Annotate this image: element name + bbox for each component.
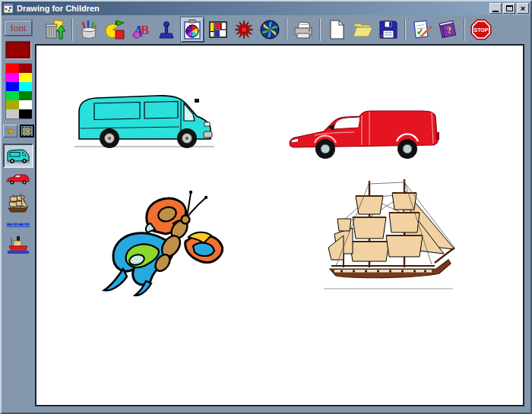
close-icon: × — [521, 5, 525, 12]
red-car-icon — [6, 173, 30, 185]
palette-color[interactable] — [19, 64, 32, 73]
maximize-icon — [506, 5, 513, 11]
palette-color[interactable] — [6, 91, 19, 100]
palette-color[interactable] — [6, 82, 19, 91]
palette-color[interactable] — [19, 73, 32, 82]
pointing-hand-icon: ☚ — [6, 127, 14, 136]
pinwheel-effect-button[interactable] — [258, 17, 282, 43]
print-button[interactable] — [291, 17, 315, 43]
pinwheel-icon — [259, 19, 280, 40]
toolbar-separator — [464, 18, 465, 41]
toolbar-separator — [404, 18, 406, 41]
stamp-thumb-tugboat[interactable] — [8, 235, 29, 254]
svg-text:STOP: STOP — [474, 27, 489, 33]
hand-marquee-icon: ☚ — [22, 127, 31, 136]
rubber-stamp-icon — [156, 19, 177, 40]
floppy-disk-icon — [378, 19, 399, 40]
mondrian-icon — [207, 19, 229, 40]
stamp-place-mode-button[interactable]: ☚ — [3, 125, 17, 137]
open-file-button[interactable] — [350, 17, 375, 43]
minimize-button[interactable] — [489, 3, 502, 14]
palette-color[interactable] — [19, 82, 32, 91]
starburst-icon — [233, 19, 255, 40]
exit-button[interactable]: STOP — [469, 17, 493, 43]
shapes-icon — [104, 19, 125, 40]
stamp-thumb-blue-boat[interactable] — [6, 222, 30, 228]
svg-text:B: B — [141, 23, 149, 37]
blank-page-icon — [326, 19, 347, 40]
current-color-swatch — [5, 41, 31, 59]
palette-color[interactable] — [19, 109, 32, 119]
open-folder-icon — [352, 19, 373, 40]
stamp-list — [2, 144, 35, 261]
toolbar: A B — [35, 15, 530, 44]
butterfly-drawing — [100, 176, 231, 296]
drawing-canvas[interactable] — [35, 44, 524, 406]
background-tool-button[interactable] — [206, 17, 230, 43]
palette-color[interactable] — [6, 109, 19, 119]
app-window: Drawing for Children × font ☚ ☚ — [0, 0, 532, 414]
toolbar-separator — [319, 18, 321, 41]
stamp-thumb-red-car[interactable] — [6, 173, 30, 185]
maximize-button[interactable] — [503, 3, 515, 14]
printer-icon — [293, 19, 314, 40]
shape-tools-button[interactable] — [103, 17, 127, 43]
toolbar-separator — [71, 18, 73, 41]
checklist-icon — [411, 19, 432, 40]
sidebar: font ☚ ☚ — [2, 15, 35, 412]
text-tool-button[interactable]: A B — [128, 17, 153, 43]
sailing-ship-icon — [7, 192, 30, 215]
trash-arrow-icon — [45, 19, 66, 40]
palette-color[interactable] — [6, 100, 19, 109]
starburst-effect-button[interactable] — [232, 17, 256, 43]
save-file-button[interactable] — [376, 17, 401, 43]
stamp-tool-button[interactable] — [154, 17, 179, 43]
palette-color[interactable] — [6, 64, 19, 73]
clear-drawing-button[interactable] — [43, 17, 68, 43]
stamp-thumb-cyan-van[interactable] — [3, 144, 33, 168]
tugboat-icon — [8, 235, 29, 254]
pencil-cup-icon — [78, 19, 100, 40]
app-icon — [3, 3, 14, 14]
clipart-tool-button[interactable] — [180, 17, 204, 43]
cyan-van-drawing — [73, 80, 217, 150]
stop-sign-icon: STOP — [470, 19, 492, 40]
help-book-icon: ? — [437, 19, 458, 40]
palette-color[interactable] — [19, 100, 32, 109]
window-title: Drawing for Children — [17, 2, 486, 15]
stamp-thumb-sailing-ship[interactable] — [7, 192, 30, 215]
beach-ball-icon — [182, 19, 203, 40]
blue-boat-icon — [6, 222, 30, 228]
cyan-van-icon — [5, 147, 31, 165]
palette-color[interactable] — [6, 73, 19, 82]
font-button[interactable]: font — [5, 21, 32, 36]
palette-color[interactable] — [19, 91, 32, 100]
close-button[interactable]: × — [517, 3, 529, 14]
minimize-icon — [492, 11, 499, 12]
options-button[interactable] — [410, 17, 434, 43]
drawing-tools-button[interactable] — [77, 17, 101, 43]
sailing-ship-drawing — [321, 175, 456, 295]
help-button[interactable]: ? — [435, 17, 460, 43]
color-palette — [5, 63, 31, 119]
letters-ab-icon: A B — [130, 19, 151, 40]
titlebar[interactable]: Drawing for Children × — [2, 2, 530, 15]
red-car-drawing — [286, 102, 447, 169]
toolbar-separator — [286, 18, 287, 41]
stamp-select-mode-button[interactable]: ☚ — [20, 125, 34, 137]
new-page-button[interactable] — [325, 17, 349, 43]
